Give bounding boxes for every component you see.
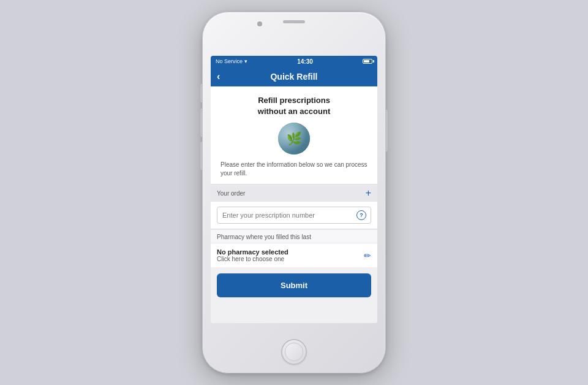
phone-wrapper: No Service ▾ 14:30 ‹ Quick Refill Refill…: [202, 12, 386, 373]
home-button-inner: [285, 343, 303, 361]
status-bar-left: No Service ▾: [216, 58, 247, 64]
battery-icon: [363, 59, 372, 64]
carrier-label: No Service: [216, 58, 243, 64]
page-title: Refill prescriptions without an account: [221, 95, 368, 116]
volume-down-button: [200, 142, 202, 170]
prescription-input[interactable]: [217, 207, 371, 224]
back-button[interactable]: ‹: [217, 71, 220, 82]
input-wrapper: ?: [217, 207, 371, 224]
status-bar: No Service ▾ 14:30: [211, 56, 377, 67]
add-order-button[interactable]: +: [366, 188, 371, 199]
order-label: Your order: [217, 190, 245, 197]
status-time: 14:30: [297, 58, 313, 65]
power-button: [386, 110, 388, 151]
home-button[interactable]: [281, 339, 307, 365]
help-icon[interactable]: ?: [356, 210, 366, 220]
screen-content: Refill prescriptions without an account …: [211, 86, 377, 323]
nav-bar: ‹ Quick Refill: [211, 67, 377, 86]
pharmacy-section-label: Pharmacy where you filled this last: [211, 229, 377, 243]
content-header: Refill prescriptions without an account …: [211, 86, 377, 185]
phone-top: [283, 20, 305, 23]
info-text: Please enter the information below so we…: [221, 161, 368, 178]
pharmacy-info: No pharmacy selected Click here to choos…: [217, 248, 288, 262]
mute-button: [200, 84, 202, 102]
prescription-input-area: ?: [211, 202, 377, 229]
pharmacy-click-label: Click here to choose one: [217, 256, 288, 262]
wifi-icon: ▾: [244, 58, 247, 64]
volume-up-button: [200, 109, 202, 137]
pharmacy-row[interactable]: No pharmacy selected Click here to choos…: [211, 243, 377, 267]
pharmacy-edit-icon[interactable]: ✏: [364, 251, 371, 261]
submit-button[interactable]: Submit: [217, 273, 371, 297]
pill-image: 🌿: [278, 123, 310, 154]
front-camera: [257, 21, 262, 26]
status-bar-right: [363, 59, 372, 64]
submit-area: Submit: [211, 267, 377, 303]
speaker: [283, 20, 305, 23]
pharmacy-section: Pharmacy where you filled this last No p…: [211, 229, 377, 267]
pharmacy-name: No pharmacy selected: [217, 248, 288, 256]
phone-screen: No Service ▾ 14:30 ‹ Quick Refill Refill…: [211, 56, 377, 323]
pill-image-inner: 🌿: [278, 123, 310, 154]
nav-title: Quick Refill: [270, 72, 317, 82]
order-section-header: Your order +: [211, 185, 377, 202]
